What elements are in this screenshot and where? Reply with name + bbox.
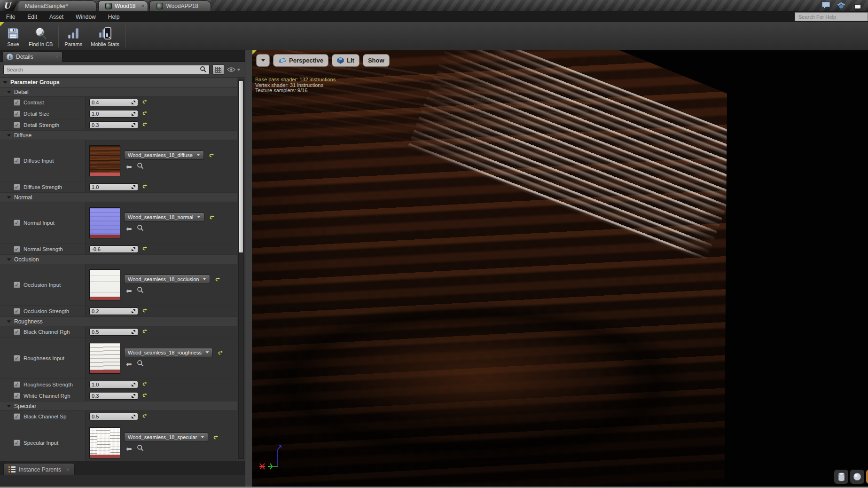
use-selected-asset-icon[interactable]: ⬅ <box>126 287 132 294</box>
reset-to-default-icon[interactable] <box>142 414 148 419</box>
parameter-checkbox[interactable]: ✓ <box>14 393 20 399</box>
parameter-checkbox[interactable]: ✓ <box>14 99 20 106</box>
texture-thumbnail-diffuse[interactable] <box>89 145 120 176</box>
texture-thumbnail-occlusion[interactable] <box>89 269 120 300</box>
tutorial-cap-icon[interactable] <box>836 1 846 11</box>
group-header-specular[interactable]: Specular <box>0 401 237 411</box>
reset-to-default-icon[interactable] <box>209 215 215 221</box>
menu-file[interactable]: File <box>0 11 21 22</box>
property-matrix-button[interactable] <box>212 64 224 75</box>
texture-thumbnail-roughness[interactable] <box>89 343 120 374</box>
texture-asset-dropdown[interactable]: Wood_seamless_18_specular <box>124 433 208 442</box>
instance-parents-tab[interactable]: Instance Parents × <box>3 463 75 475</box>
group-header-detail[interactable]: Detail <box>0 87 237 97</box>
reset-to-default-icon[interactable] <box>209 153 215 159</box>
tab-close-icon[interactable]: × <box>141 3 144 9</box>
menu-edit[interactable]: Edit <box>21 11 43 22</box>
reset-to-default-icon[interactable] <box>142 122 148 128</box>
group-header-diffuse[interactable]: Diffuse <box>0 131 237 140</box>
value-field[interactable]: 1.0 <box>89 183 138 191</box>
parameter-checkbox[interactable]: ✓ <box>14 381 20 388</box>
use-selected-asset-icon[interactable]: ⬅ <box>126 225 132 232</box>
document-tab[interactable]: Wood18× <box>98 0 148 11</box>
preview-sphere-button[interactable] <box>850 470 864 484</box>
preview-viewport[interactable]: Perspective Lit Show Base pass shader: 1… <box>252 50 868 488</box>
value-field[interactable]: -0.6 <box>89 245 138 253</box>
browse-to-asset-button[interactable] <box>137 286 144 295</box>
panel-splitter[interactable] <box>245 50 252 488</box>
parameter-checkbox[interactable]: ✓ <box>14 355 20 362</box>
use-selected-asset-icon[interactable]: ⬅ <box>126 445 132 452</box>
document-tab[interactable]: MaterialSampler* <box>18 0 97 11</box>
use-selected-asset-icon[interactable]: ⬅ <box>126 361 132 368</box>
texture-asset-dropdown[interactable]: Wood_seamless_18_normal <box>124 213 204 222</box>
browse-to-asset-button[interactable] <box>137 360 144 369</box>
texture-thumbnail-specular[interactable] <box>89 427 120 458</box>
parameter-groups-header[interactable]: Parameter Groups <box>0 78 237 87</box>
minimize-button[interactable] <box>854 4 861 9</box>
viewport-options-button[interactable] <box>256 54 270 67</box>
texture-thumbnail-normal[interactable] <box>89 207 120 238</box>
reset-to-default-icon[interactable] <box>142 111 148 117</box>
value-field[interactable]: 0.5 <box>89 328 138 336</box>
value-field[interactable]: 0.3 <box>89 121 138 129</box>
browse-to-asset-button[interactable] <box>137 444 144 453</box>
reset-to-default-icon[interactable] <box>142 393 148 399</box>
reset-to-default-icon[interactable] <box>215 277 221 283</box>
texture-asset-dropdown[interactable]: Wood_seamless_18_diffuse <box>124 150 204 160</box>
parameter-checkbox[interactable]: ✓ <box>14 413 20 420</box>
show-menu-button[interactable]: Show <box>363 54 390 67</box>
parameter-checkbox[interactable]: ✓ <box>14 440 20 446</box>
toolbar-button-save[interactable]: Save <box>2 24 24 49</box>
toolbar-button-params[interactable]: Params <box>60 24 86 49</box>
value-field[interactable]: 0.3 <box>89 392 138 400</box>
menu-help[interactable]: Help <box>102 11 126 22</box>
menu-window[interactable]: Window <box>70 11 102 22</box>
preview-cylinder-button[interactable] <box>834 470 848 484</box>
parameter-checkbox[interactable]: ✓ <box>14 308 20 315</box>
preview-plane-button[interactable] <box>866 470 868 484</box>
reset-to-default-icon[interactable] <box>142 184 148 190</box>
texture-asset-dropdown[interactable]: Wood_seamless_18_roughness <box>124 348 213 357</box>
reset-to-default-icon[interactable] <box>142 246 148 252</box>
browse-to-asset-button[interactable] <box>137 162 144 171</box>
group-header-occlusion[interactable]: Occlusion <box>0 255 237 264</box>
reset-to-default-icon[interactable] <box>142 382 148 387</box>
scrollbar-thumb[interactable] <box>239 81 243 252</box>
browse-to-asset-button[interactable] <box>137 224 144 233</box>
value-field[interactable]: 1.0 <box>89 110 138 118</box>
material-preview-mesh[interactable] <box>252 50 868 488</box>
reset-to-default-icon[interactable] <box>213 435 219 441</box>
details-scrollbar[interactable] <box>238 79 244 459</box>
parameter-checkbox[interactable]: ✓ <box>14 157 20 164</box>
parameter-checkbox[interactable]: ✓ <box>14 282 20 288</box>
lit-mode-button[interactable]: Lit <box>332 54 360 67</box>
parameter-checkbox[interactable]: ✓ <box>14 184 20 190</box>
menu-asset[interactable]: Asset <box>43 11 70 22</box>
use-selected-asset-icon[interactable]: ⬅ <box>126 163 132 170</box>
view-options-button[interactable] <box>227 67 242 72</box>
document-tab[interactable]: WoodAPP18 <box>149 0 211 11</box>
toolbar-button-find-in-cb[interactable]: Find in CB <box>24 24 57 49</box>
reset-to-default-icon[interactable] <box>142 100 148 105</box>
parameter-checkbox[interactable]: ✓ <box>14 220 20 226</box>
title-bar[interactable]: U MaterialSampler*Wood18×WoodAPP18 <box>0 0 868 11</box>
texture-asset-dropdown[interactable]: Wood_seamless_18_occlusion <box>124 275 210 284</box>
toolbar-button-mobile-stats[interactable]: Mobile Stats <box>86 24 124 49</box>
parameter-checkbox[interactable]: ✓ <box>14 110 20 117</box>
instance-parents-tab-close-icon[interactable]: × <box>66 466 70 473</box>
chat-bubble-icon[interactable] <box>821 1 830 11</box>
details-tab[interactable]: i Details × <box>2 51 63 62</box>
reset-to-default-icon[interactable] <box>142 329 148 335</box>
parameter-checkbox[interactable]: ✓ <box>14 122 20 128</box>
value-field[interactable]: 1.0 <box>89 381 138 388</box>
details-search-input[interactable]: Search <box>3 65 210 74</box>
perspective-button[interactable]: Perspective <box>273 54 328 67</box>
group-header-normal[interactable]: Normal <box>0 193 237 202</box>
reset-to-default-icon[interactable] <box>142 308 148 314</box>
reset-to-default-icon[interactable] <box>218 351 224 356</box>
help-search-input[interactable]: Search For Help <box>795 12 868 21</box>
value-field[interactable]: 0.2 <box>89 307 138 315</box>
parameter-checkbox[interactable]: ✓ <box>14 329 20 335</box>
details-tab-close-icon[interactable]: × <box>55 54 58 60</box>
